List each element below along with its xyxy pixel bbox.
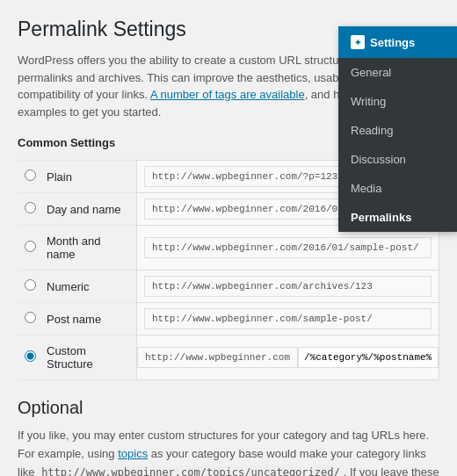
table-row: Numeric http://www.wpbeginner.com/archiv… [18,270,439,303]
plain-radio[interactable] [25,169,36,181]
topics-link[interactable]: topics [118,447,148,460]
month-name-radio[interactable] [25,241,36,252]
sidebar-item-permalinks[interactable]: Permalinks [338,203,457,232]
month-name-url: http://www.wpbeginner.com/2016/01/sample… [144,237,432,258]
post-name-url: http://www.wpbeginner.com/sample-post/ [144,308,432,329]
sidebar-item-writing[interactable]: Writing [338,87,457,116]
post-name-radio[interactable] [25,312,36,323]
table-row: Custom Structure http://www.wpbeginner.c… [18,335,439,380]
custom-structure-label: Custom Structure [40,335,136,380]
tags-available-link[interactable]: A number of tags are available [150,88,305,101]
numeric-url: http://www.wpbeginner.com/archives/123 [144,276,432,297]
menu-header-label: Settings [370,36,415,49]
example-url: http://www.wpbeginner.com/topics/uncateg… [38,465,344,476]
table-row: Month and name http://www.wpbeginner.com… [18,226,439,270]
day-name-label: Day and name [40,193,136,226]
settings-header-icon: ✦ [351,35,365,49]
custom-url-input[interactable] [298,347,439,368]
month-name-label: Month and name [40,226,136,270]
sidebar-item-media[interactable]: Media [338,174,457,203]
menu-header: ✦ Settings [338,26,457,58]
custom-structure-inputs: http://www.wpbeginner.com [137,347,439,368]
numeric-radio[interactable] [25,279,36,291]
optional-title: Optional [18,398,439,418]
table-row: Post name http://www.wpbeginner.com/samp… [18,303,439,335]
sidebar-item-general[interactable]: General [338,58,457,87]
plain-label: Plain [40,161,136,193]
custom-structure-radio[interactable] [25,350,36,362]
custom-url-prefix: http://www.wpbeginner.com [137,347,298,368]
sidebar-item-discussion[interactable]: Discussion [338,145,457,174]
sidebar-item-reading[interactable]: Reading [338,116,457,145]
optional-section: Optional If you like, you may enter cust… [18,398,439,476]
settings-dropdown-menu: ✦ Settings General Writing Reading Discu… [338,26,457,232]
post-name-label: Post name [40,303,136,335]
day-name-radio[interactable] [25,202,36,213]
optional-description: If you like, you may enter custom struct… [18,427,439,476]
numeric-label: Numeric [40,270,136,303]
